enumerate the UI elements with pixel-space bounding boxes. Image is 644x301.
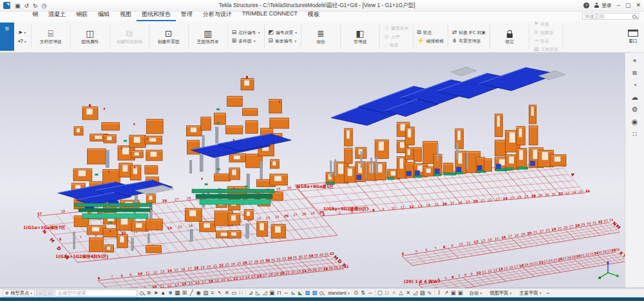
menu-tab-混凝土[interactable]: 混凝土 bbox=[43, 9, 71, 21]
snap-angles[interactable]: ⊾ bbox=[290, 289, 296, 297]
apps-grid-icon[interactable]: ∷ bbox=[632, 131, 637, 138]
menu-tab-钢[interactable]: 钢 bbox=[27, 9, 43, 21]
clash-check-button[interactable]: ⚡碰撞校核 bbox=[417, 38, 444, 44]
model-3d-view[interactable]: 1718192026272825262729303132333473834396… bbox=[0, 53, 644, 288]
solid-view-2[interactable]: ▣ bbox=[457, 289, 464, 297]
menu-tab-视图[interactable]: 视图 bbox=[115, 9, 137, 21]
history-icon[interactable]: ◷ bbox=[42, 3, 47, 9]
layout-manager-button[interactable]: ⋔布置管理器 bbox=[452, 38, 486, 44]
reports-button[interactable]: ≣报告 bbox=[304, 23, 337, 51]
fly-mode[interactable]: ↗ bbox=[443, 289, 450, 297]
auto-dropdown[interactable]: 自动▾ bbox=[468, 290, 484, 296]
select-views[interactable]: ▭ bbox=[231, 289, 237, 297]
organizer-button[interactable]: ◧管理器 bbox=[343, 23, 377, 51]
freight-button[interactable]: ⇥转运 bbox=[533, 38, 558, 44]
master-drawing-catalog-button[interactable]: ▥主图纸目录 bbox=[191, 23, 225, 51]
curve-tool[interactable]: ∿ bbox=[426, 289, 433, 297]
globe-icon[interactable]: ◔ bbox=[632, 82, 637, 89]
menu-tab-分析与设计[interactable]: 分析与设计 bbox=[198, 9, 237, 21]
wifi-icon[interactable]: ≋ bbox=[632, 69, 638, 77]
menu-tab-图纸和报告[interactable]: 图纸和报告 bbox=[137, 9, 176, 21]
quick-launch[interactable] bbox=[582, 13, 639, 20]
direct-modification[interactable]: ▲ bbox=[160, 289, 166, 297]
main-plane-dropdown[interactable]: 主要平面▾ bbox=[518, 290, 544, 296]
snap-midpoints[interactable]: ◿ bbox=[261, 289, 268, 297]
pointer-help-icon[interactable]: ⌖ bbox=[632, 57, 636, 64]
select-objects-in-components[interactable]: ▦ bbox=[174, 289, 180, 297]
select-tool[interactable]: ➤▾ bbox=[18, 29, 26, 35]
model-scene[interactable]: 1718192026272825262729303132333473834396… bbox=[0, 53, 644, 288]
window-button[interactable]: 窗口 bbox=[624, 23, 642, 51]
document-manager-button[interactable]: ⌸文档管理器 bbox=[34, 23, 68, 51]
snap-free[interactable]: ◣ bbox=[297, 289, 303, 297]
snap-endpoints[interactable]: ⊿ bbox=[247, 289, 254, 297]
menu-tab-TRIMBLE CONNECT[interactable]: TRIMBLE CONNECT bbox=[237, 9, 303, 21]
select-cuts[interactable]: ✕ bbox=[223, 289, 230, 297]
select-bolts[interactable]: ∷ bbox=[238, 289, 244, 297]
render-ghost[interactable]: ▢ bbox=[377, 289, 383, 297]
select-lines[interactable]: ≡ bbox=[209, 289, 216, 297]
create-fabrication-drawings-button[interactable]: ⧉创建制造图纸 bbox=[113, 23, 146, 51]
maximize-button[interactable]: ▢ bbox=[625, 3, 631, 8]
clip-plane[interactable]: ✕ bbox=[405, 289, 412, 297]
menu-tab-钢筋[interactable]: 钢筋 bbox=[71, 9, 93, 21]
ortho-toggle[interactable]: Ⅰ bbox=[436, 289, 442, 297]
building-hierarchy-button[interactable]: ①建筑层次 bbox=[384, 25, 408, 32]
search-icon[interactable] bbox=[138, 289, 145, 297]
snap-grid[interactable]: ▦ bbox=[304, 289, 310, 297]
lock-button[interactable]: 锁定 bbox=[493, 23, 526, 51]
login-button[interactable]: 登录 bbox=[594, 2, 612, 9]
help-icon[interactable]: ? bbox=[583, 3, 589, 8]
minimize-button[interactable]: – bbox=[617, 3, 620, 8]
standard-dropdown[interactable]: standard▾ bbox=[326, 290, 351, 296]
gear-icon[interactable]: ⚙ bbox=[632, 106, 638, 113]
model-origin-button[interactable]: ⊕ 模型原点 ▾ bbox=[3, 289, 35, 296]
snap-centers[interactable]: ◺ bbox=[254, 289, 261, 297]
solid-view-1[interactable]: ▣ bbox=[450, 289, 457, 297]
cable-button[interactable]: ◌电缆 bbox=[384, 42, 408, 48]
snap-depth[interactable]: ⇅ bbox=[360, 289, 366, 297]
view-prev-button[interactable]: ▱ bbox=[36, 289, 44, 296]
render-shaded[interactable]: ○ bbox=[391, 289, 397, 297]
menu-tab-编辑[interactable]: 编辑 bbox=[93, 9, 115, 21]
snap-extensions[interactable]: ⇔ bbox=[283, 289, 289, 297]
project-status-button[interactable]: ▦工程状态 bbox=[533, 46, 558, 53]
create-layout-drawing-button[interactable]: ⊡创建布置图 bbox=[152, 23, 185, 51]
model-search-input[interactable] bbox=[55, 289, 137, 296]
snap-plane[interactable]: ⇔ bbox=[367, 289, 374, 297]
inquire-tool[interactable]: ▪?▾ bbox=[18, 38, 26, 44]
render-wireframe[interactable]: □ bbox=[384, 289, 390, 297]
select-parts[interactable]: ╱ bbox=[188, 289, 194, 297]
zoom-tool[interactable] bbox=[318, 289, 325, 297]
select-grids[interactable]: ▥ bbox=[202, 289, 209, 297]
numbering-settings-button[interactable]: ◩编号设置▾ bbox=[269, 30, 298, 36]
tasks-button[interactable]: ⚑任务 bbox=[533, 21, 558, 28]
snap-override-circle[interactable]: ⊙ bbox=[353, 289, 359, 297]
snap-intersections[interactable]: ▣ bbox=[269, 289, 275, 297]
run-numbering-button[interactable]: ⊟运行编号▾ bbox=[232, 30, 260, 36]
view-next-button[interactable]: ▱ bbox=[45, 289, 53, 296]
render-rendered[interactable]: △ bbox=[398, 289, 404, 297]
select-components[interactable]: ⊞ bbox=[181, 289, 187, 297]
save-icon[interactable]: ▣ bbox=[15, 3, 21, 9]
menu-tab-模板[interactable]: 模板 bbox=[303, 9, 325, 21]
snap-perpendicular[interactable]: ⊓ bbox=[276, 289, 282, 297]
up-center-button[interactable]: ◎上中 bbox=[384, 33, 408, 40]
hidden-lines[interactable]: ▨ bbox=[419, 289, 426, 297]
menu-tab-管理[interactable]: 管理 bbox=[176, 9, 198, 21]
convert-ifc-objects-button[interactable]: ⇄转换 IFC 对象 bbox=[452, 30, 486, 36]
select-filter-active[interactable]: ■ bbox=[167, 289, 173, 297]
section-tool[interactable]: ◿ bbox=[412, 289, 419, 297]
quick-launch-input[interactable] bbox=[585, 14, 632, 19]
undo-icon[interactable]: ↺ bbox=[24, 3, 30, 9]
select-points[interactable]: ◉ bbox=[195, 289, 202, 297]
select-welds[interactable]: ↖ bbox=[216, 289, 223, 297]
close-button[interactable]: ✕ bbox=[636, 3, 641, 8]
sequencer-button[interactable]: ≋测量器 bbox=[533, 30, 558, 36]
ribbon-menu-tile[interactable]: ≡ bbox=[0, 23, 14, 51]
resize-handle-icon[interactable]: ⇔ bbox=[545, 289, 551, 297]
change-numbering-button[interactable]: ⊟更改编号▾ bbox=[269, 38, 298, 44]
drawing-properties-button[interactable]: ◫图纸属性 bbox=[73, 23, 107, 51]
snap-grid-lines[interactable]: ▦ bbox=[311, 289, 317, 297]
multi-drawing-button[interactable]: ⊞多件图▾ bbox=[232, 38, 260, 44]
